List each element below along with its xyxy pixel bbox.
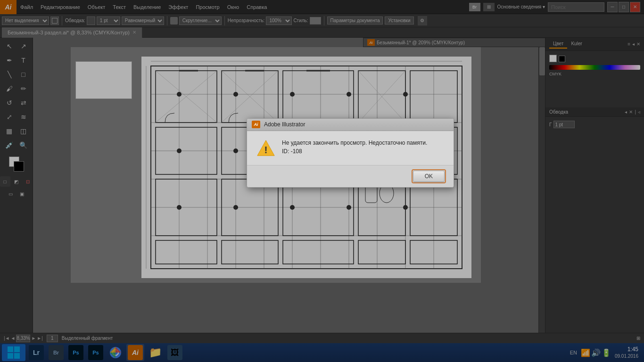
dialog-title: Adobe Illustrator xyxy=(264,121,305,128)
ok-button[interactable]: OK xyxy=(413,171,445,182)
dialog-title-bar: Ai Adobe Illustrator xyxy=(247,119,454,131)
dialog-ai-icon: Ai xyxy=(252,121,260,128)
dialog-footer: OK xyxy=(247,165,454,187)
dialog-overlay: Ai Adobe Illustrator ! Не удается законч… xyxy=(0,0,644,362)
svg-text:!: ! xyxy=(264,144,268,155)
dialog-message-container: Не удается закончить просмотр. Недостато… xyxy=(282,139,427,156)
warning-triangle-svg: ! xyxy=(256,138,275,158)
dialog-message-line1: Не удается закончить просмотр. Недостато… xyxy=(282,139,427,147)
dialog-body: ! Не удается закончить просмотр. Недоста… xyxy=(247,131,454,165)
ok-button-border: OK xyxy=(412,169,446,183)
dialog-message-line2: ID: -108 xyxy=(282,147,427,156)
error-dialog: Ai Adobe Illustrator ! Не удается законч… xyxy=(247,118,454,188)
warning-icon: ! xyxy=(256,139,275,157)
